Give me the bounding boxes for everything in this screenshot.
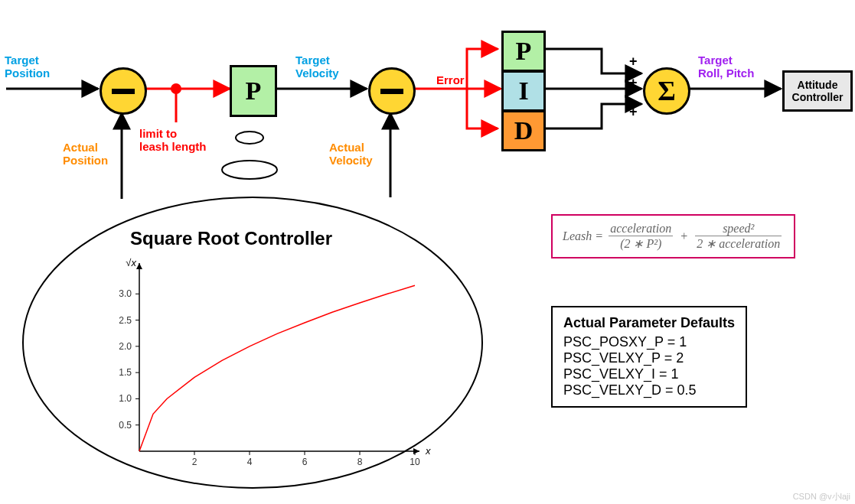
svg-text:2.0: 2.0	[119, 341, 132, 352]
label-target-velocity: Target Velocity	[295, 54, 339, 80]
label-target-rollpitch: Target Roll, Pitch	[698, 54, 754, 80]
svg-text:6: 6	[302, 457, 308, 467]
plus-icon: +	[629, 54, 638, 70]
svg-text:0.5: 0.5	[119, 420, 132, 431]
parameter-line: PSC_VELXY_D = 0.5	[563, 382, 735, 398]
block-p-position: P	[230, 65, 277, 117]
svg-text:1.0: 1.0	[119, 393, 132, 404]
svg-text:√x: √x	[126, 257, 136, 268]
block-d: D	[501, 110, 546, 151]
svg-text:2: 2	[192, 457, 197, 467]
svg-point-10	[236, 132, 263, 144]
parameter-line: PSC_VELXY_I = 1	[563, 366, 735, 382]
svg-point-11	[222, 161, 277, 179]
parameter-line: PSC_POSXY_P = 1	[563, 334, 735, 350]
svg-text:10: 10	[410, 457, 420, 467]
label-actual-position: Actual Position	[63, 141, 108, 167]
parameter-line: PSC_VELXY_P = 2	[563, 350, 735, 366]
block-p: P	[501, 31, 546, 72]
svg-text:2.5: 2.5	[119, 315, 132, 326]
label-actual-velocity: Actual Velocity	[329, 141, 373, 167]
svg-text:x: x	[425, 445, 431, 457]
parameter-defaults-title: Actual Parameter Defaults	[563, 315, 735, 331]
svg-text:1.5: 1.5	[119, 367, 132, 378]
svg-text:3.0: 3.0	[119, 288, 132, 299]
svg-text:4: 4	[247, 457, 253, 467]
svg-text:8: 8	[357, 457, 363, 467]
sqrt-controller-chart: 2468100.51.01.52.02.53.0x√x	[84, 252, 436, 482]
parameter-defaults: Actual Parameter Defaults PSC_POSXY_P = …	[551, 306, 747, 408]
label-limit-leash: limit to leash length	[139, 127, 207, 153]
sum-pid: Σ	[643, 67, 690, 115]
block-attitude-controller: Attitude Controller	[782, 70, 853, 112]
plus-icon: +	[629, 75, 638, 91]
formula-leash: Leash = acceleration (2 ∗ P²) + speed² 2…	[551, 214, 795, 259]
label-target-position: Target Position	[5, 54, 50, 80]
diagram-canvas: Target Position Actual Position limit to…	[0, 0, 855, 504]
plus-icon: +	[629, 104, 638, 120]
block-i: I	[501, 70, 546, 112]
sum-position	[100, 67, 147, 115]
sum-velocity	[368, 67, 416, 115]
watermark: CSDN @v小laji	[793, 491, 850, 502]
sqrt-controller-title: Square Root Controller	[130, 228, 332, 249]
label-error: Error	[436, 73, 465, 86]
